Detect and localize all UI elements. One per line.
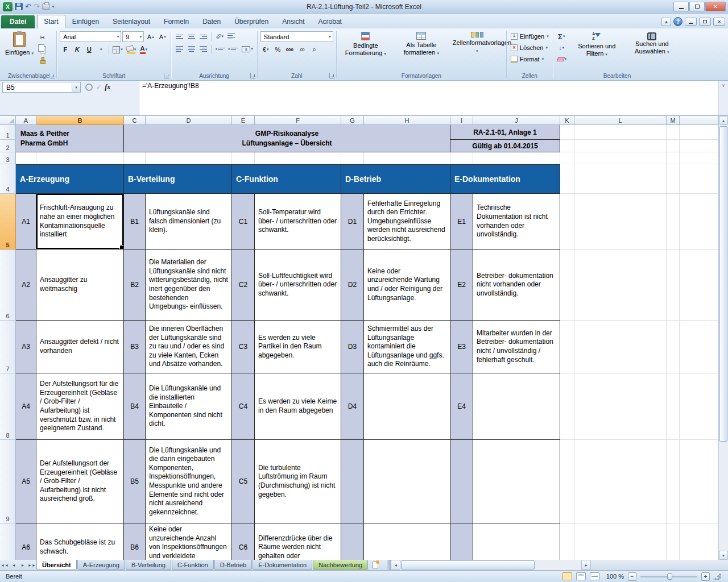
cell-L4[interactable] — [574, 164, 667, 194]
insert-worksheet-icon[interactable] — [369, 560, 382, 570]
cell-G5[interactable]: D1 — [341, 194, 364, 250]
name-box[interactable]: B5 ▾ — [2, 82, 81, 93]
cell-E7[interactable]: C3 — [232, 321, 255, 373]
cell-L5[interactable] — [574, 194, 667, 250]
cell-M9[interactable] — [667, 440, 680, 523]
increase-indent-button[interactable]: ▸ — [228, 44, 240, 54]
cell-K10[interactable] — [560, 523, 574, 560]
cell-B10[interactable]: Das Schubgebläse ist zu schwach. — [36, 523, 124, 560]
format-cells-button[interactable]: Format▾ — [510, 54, 545, 64]
cell-C8[interactable]: B4 — [124, 373, 146, 440]
sheet-tab-uebersicht[interactable]: Übersicht — [36, 560, 77, 570]
cell-E8[interactable]: C4 — [232, 373, 255, 440]
column-header-extra[interactable] — [680, 116, 718, 125]
excel-logo-icon[interactable]: X — [3, 2, 13, 11]
cell-G10[interactable] — [341, 523, 364, 560]
percent-format-button[interactable]: % — [272, 44, 283, 55]
cell-K3[interactable] — [560, 152, 574, 164]
tab-formeln[interactable]: Formeln — [157, 15, 196, 28]
cell-K6[interactable] — [560, 250, 574, 321]
help-icon[interactable]: ? — [673, 17, 682, 26]
cell-company[interactable]: Maas & Peither Pharma GmbH — [16, 125, 124, 152]
workbook-minimize-button[interactable] — [685, 18, 697, 26]
column-header-M[interactable]: M — [667, 116, 680, 125]
previous-sheet-icon[interactable]: ◄ — [9, 560, 18, 570]
redo-icon[interactable]: ↷ — [34, 3, 40, 10]
wrap-text-button[interactable] — [226, 31, 237, 41]
cell-F7[interactable]: Es werden zu viele Partikel in den Raum … — [255, 321, 341, 373]
save-icon[interactable] — [15, 3, 23, 10]
first-sheet-icon[interactable]: ◄◄ — [0, 560, 9, 570]
cell-H6[interactable]: Keine oder unzureichende Wartung und / o… — [364, 250, 450, 321]
name-box-dropdown-icon[interactable]: ▾ — [72, 82, 80, 92]
cell-I6[interactable]: E2 — [450, 250, 473, 321]
restore-button[interactable] — [689, 2, 705, 11]
cell-I7[interactable]: E3 — [450, 321, 473, 373]
cell-K4[interactable] — [560, 164, 574, 194]
zoom-level[interactable]: 100 % — [603, 573, 624, 580]
cell-A3[interactable] — [16, 152, 36, 164]
cell-I9[interactable] — [450, 440, 473, 523]
cell-J9[interactable] — [473, 440, 560, 523]
column-header-I[interactable]: I — [450, 116, 473, 125]
section-header-a-erzeugung[interactable]: A-Erzeugung — [16, 164, 124, 194]
insert-function-icon[interactable]: fx — [105, 83, 110, 92]
align-left-button[interactable] — [174, 44, 185, 54]
paste-button[interactable]: Einfügen ▾ — [3, 30, 35, 56]
sort-filter-button[interactable]: AZ Sortieren und Filtern ▾ — [570, 30, 623, 57]
paste-dropdown-icon[interactable]: ▾ — [32, 51, 34, 55]
cell-F8[interactable]: Es werden zu viele Keime in den Raum abg… — [255, 373, 341, 440]
cell-F9[interactable]: Die turbulente Luftströmung im Raum (Dur… — [255, 440, 341, 523]
number-format-select[interactable]: Standard▾ — [260, 31, 333, 42]
cell-C3[interactable] — [124, 152, 146, 164]
column-header-E[interactable]: E — [232, 116, 255, 125]
row-header-10[interactable] — [0, 523, 16, 560]
cell-A9[interactable]: A5 — [16, 440, 36, 523]
cell-H10[interactable] — [364, 523, 450, 560]
row-header-9[interactable]: 9 — [0, 440, 16, 523]
cell-K7[interactable] — [560, 321, 574, 373]
clear-button[interactable]: ▾ — [556, 54, 568, 64]
autosum-button[interactable]: Σ▾ — [556, 31, 567, 41]
cut-button[interactable]: ✂ — [37, 32, 48, 43]
cell-D9[interactable]: Die Lüftungskanäle und die darin eingeba… — [146, 440, 232, 523]
clipboard-dialog-launcher-icon[interactable] — [49, 73, 55, 78]
column-header-F[interactable]: F — [255, 116, 341, 125]
underline-dropdown-icon[interactable]: ▾ — [96, 44, 106, 55]
cell-I5[interactable]: E1 — [450, 194, 473, 250]
cell-C10[interactable]: B6 — [124, 523, 146, 560]
cell-E5[interactable]: C1 — [232, 194, 255, 250]
cell-L7[interactable] — [574, 321, 667, 373]
cell-A6[interactable]: A2 — [16, 250, 36, 321]
view-page-layout-icon[interactable] — [576, 572, 586, 580]
cell-J10[interactable] — [473, 523, 560, 560]
sheet-tab-c-funktion[interactable]: C-Funktion — [172, 560, 214, 570]
tab-daten[interactable]: Daten — [196, 15, 228, 28]
view-normal-icon[interactable] — [562, 572, 572, 580]
cell-L2[interactable] — [574, 140, 667, 152]
align-middle-button[interactable] — [186, 31, 197, 41]
cell-J6[interactable]: Betreiber- dokumentation nicht vorhanden… — [473, 250, 560, 321]
cell-B9[interactable]: Der Aufstellungsort der Erzeugereinheit … — [36, 440, 124, 523]
scroll-right-icon[interactable]: ► — [581, 560, 591, 570]
cell-L1[interactable] — [574, 125, 667, 140]
cell-M3[interactable] — [667, 152, 680, 164]
accounting-format-button[interactable]: €▾ — [260, 44, 271, 55]
cell-I3[interactable] — [450, 152, 473, 164]
row-header-4[interactable]: 4 — [0, 164, 16, 194]
sheet-tab-d-betrieb[interactable]: D-Betrieb — [214, 560, 252, 570]
cell-doc-title[interactable]: GMP-Risikoanalyse Lüftungsanlage – Übers… — [124, 125, 450, 152]
cell-C7[interactable]: B3 — [124, 321, 146, 373]
sheet-tab-b-verteilung[interactable]: B-Verteilung — [126, 560, 171, 570]
merge-center-button[interactable]: a▾ — [241, 44, 254, 54]
format-painter-button[interactable] — [37, 55, 48, 65]
bold-button[interactable]: F — [60, 44, 71, 55]
cell-L6[interactable] — [574, 250, 667, 321]
cell-F3[interactable] — [255, 152, 341, 164]
cell-L8[interactable] — [574, 373, 667, 440]
orientation-button[interactable]: ab▾ — [214, 31, 225, 41]
minimize-button[interactable] — [673, 2, 689, 11]
cell-J7[interactable]: Mitarbeiter wurden in der Betreiber- dok… — [473, 321, 560, 373]
cell-N7[interactable] — [680, 321, 718, 373]
shrink-font-button[interactable]: A▾ — [157, 32, 168, 42]
